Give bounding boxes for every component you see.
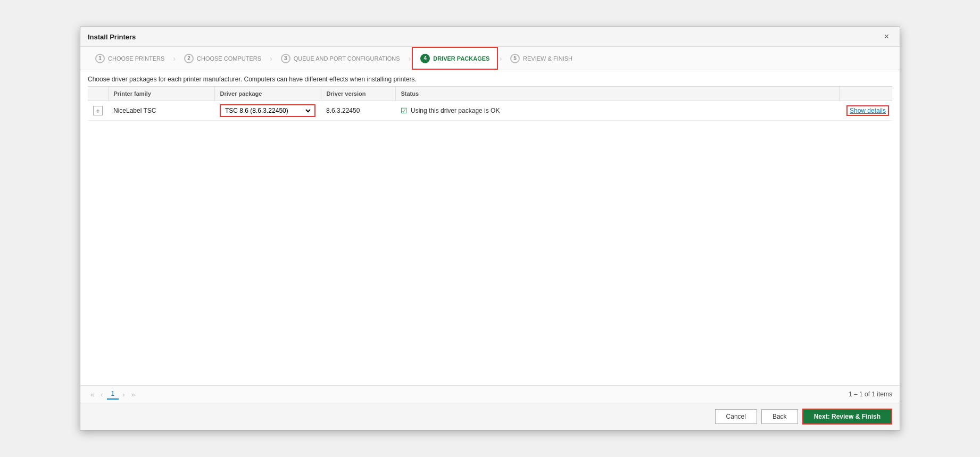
show-details-link[interactable]: Show details (846, 105, 889, 116)
table-row: + NiceLabel TSC TSC 8.6 (8.6.3.22450) 8. (88, 101, 892, 121)
printer-family-cell: NiceLabel TSC (108, 101, 214, 121)
step-label-4: DRIVER PACKAGES (433, 55, 489, 62)
step-circle-2: 2 (184, 54, 194, 63)
table-header-row: Printer family Driver package Driver ver… (88, 87, 892, 101)
wizard-steps: 1 CHOOSE PRINTERS › 2 CHOOSE COMPUTERS ›… (80, 47, 900, 70)
action-cell: Show details (839, 101, 892, 121)
install-printers-dialog: Install Printers × 1 CHOOSE PRINTERS › 2… (80, 27, 900, 430)
driver-packages-table: Printer family Driver package Driver ver… (88, 87, 892, 121)
cancel-button[interactable]: Cancel (715, 409, 757, 424)
current-page: 1 (107, 389, 119, 400)
dialog-footer: Cancel Back Next: Review & Finish (80, 403, 900, 430)
dialog-title-bar: Install Printers × (80, 27, 900, 47)
driver-package-select-wrapper: TSC 8.6 (8.6.3.22450) (220, 104, 315, 117)
next-review-finish-button[interactable]: Next: Review & Finish (802, 409, 892, 425)
step-review-finish[interactable]: 5 REVIEW & FINISH (503, 47, 580, 70)
step-queue-port[interactable]: 3 QUEUE AND PORT CONFIGURATIONS (273, 47, 408, 70)
status-check-icon: ☑ (401, 106, 408, 115)
driver-package-cell: TSC 8.6 (8.6.3.22450) (214, 101, 321, 121)
col-header-status: Status (395, 87, 839, 101)
pagination-bar: « ‹ 1 › » 1 – 1 of 1 items (80, 385, 900, 403)
col-header-family: Printer family (108, 87, 214, 101)
step-sep-3: › (408, 54, 412, 63)
col-header-expand (88, 87, 108, 101)
col-header-package: Driver package (214, 87, 321, 101)
step-label-2: CHOOSE COMPUTERS (197, 55, 261, 62)
step-sep-4: › (498, 54, 503, 63)
step-label-3: QUEUE AND PORT CONFIGURATIONS (294, 55, 400, 62)
step-choose-printers[interactable]: 1 CHOOSE PRINTERS (88, 47, 172, 70)
step-circle-4: 4 (420, 54, 430, 63)
step-choose-computers[interactable]: 2 CHOOSE COMPUTERS (177, 47, 269, 70)
step-sep-1: › (172, 54, 177, 63)
next-page-button[interactable]: › (120, 389, 127, 400)
step-circle-5: 5 (510, 54, 520, 63)
status-text: Using this driver package is OK (411, 107, 500, 114)
step-driver-packages[interactable]: 4 DRIVER PACKAGES (412, 47, 498, 70)
pagination-info: 1 – 1 of 1 items (849, 390, 892, 398)
expand-cell: + (88, 101, 108, 121)
driver-version-cell: 8.6.3.22450 (321, 101, 395, 121)
step-label-1: CHOOSE PRINTERS (108, 55, 164, 62)
step-sep-2: › (269, 54, 273, 63)
dialog-title: Install Printers (88, 33, 136, 41)
step-circle-1: 1 (95, 54, 105, 63)
back-button[interactable]: Back (761, 409, 798, 424)
last-page-button[interactable]: » (129, 389, 138, 400)
step-label-5: REVIEW & FINISH (523, 55, 572, 62)
dialog-body: Choose driver packages for each printer … (80, 70, 900, 385)
first-page-button[interactable]: « (88, 389, 97, 400)
description-text: Choose driver packages for each printer … (80, 70, 900, 86)
col-header-version: Driver version (321, 87, 395, 101)
expand-button[interactable]: + (93, 106, 103, 115)
col-header-action (839, 87, 892, 101)
status-cell: ☑ Using this driver package is OK (395, 101, 839, 121)
table-wrapper: Printer family Driver package Driver ver… (88, 86, 892, 385)
close-button[interactable]: × (881, 31, 892, 42)
pagination-nav: « ‹ 1 › » (88, 389, 138, 400)
prev-page-button[interactable]: ‹ (98, 389, 105, 400)
driver-package-select[interactable]: TSC 8.6 (8.6.3.22450) (223, 106, 312, 115)
step-circle-3: 3 (281, 54, 290, 63)
